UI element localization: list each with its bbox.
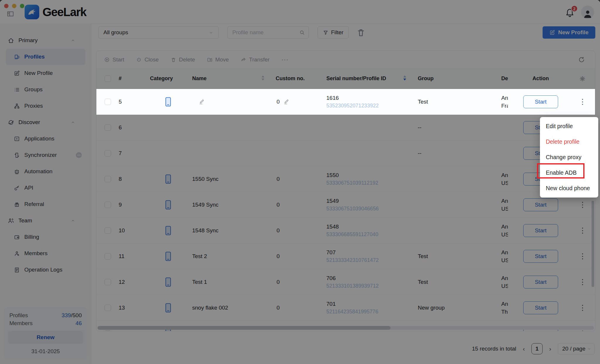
edit-name-icon[interactable] [199, 99, 205, 105]
sidebar-item-proxies[interactable]: Proxies [6, 98, 85, 114]
horizontal-scrollbar-thumb[interactable] [98, 326, 391, 330]
row-more-icon[interactable]: ⋮ [579, 253, 586, 260]
cloud-phone-icon [165, 97, 171, 107]
notifications-bell-icon[interactable]: 2 [565, 8, 575, 18]
profile-search-input[interactable] [232, 29, 299, 36]
current-page[interactable]: 1 [531, 343, 543, 354]
sidebar-section-primary[interactable]: Primary [0, 32, 91, 49]
row-more-icon[interactable]: ⋮ [579, 227, 586, 234]
sidebar-item-operation-logs[interactable]: Operation Logs [6, 262, 85, 278]
close-button[interactable] [4, 4, 8, 8]
bulk-action-transfer[interactable]: Transfer [241, 56, 270, 63]
start-button[interactable]: Start [523, 224, 558, 237]
table-row[interactable]: 9 1549 Sync 0 1549533306751039046656 AnU… [96, 192, 595, 218]
sidebar-item-members[interactable]: Members [6, 245, 85, 262]
start-button[interactable]: Start [523, 276, 558, 289]
sidebar-item-groups[interactable]: Groups [6, 81, 85, 98]
column-number[interactable]: # [117, 75, 148, 82]
table-row[interactable]: 5 0 1616535230952071233922 Test AnFra St… [96, 89, 595, 115]
row-checkbox[interactable] [105, 227, 111, 234]
table-row[interactable]: 12 Test 1 0 706521333101389939712 Test A… [96, 269, 595, 295]
minimize-button[interactable] [12, 4, 16, 8]
sidebar-item-new-profile[interactable]: New Profile [6, 65, 85, 81]
table-settings-gear-icon[interactable] [579, 75, 586, 82]
prev-page-icon[interactable]: ‹ [521, 345, 526, 352]
row-more-icon[interactable]: ⋮ [579, 330, 586, 331]
sidebar-item-applications[interactable]: Applications [6, 131, 85, 147]
bulk-action-delete[interactable]: Delete [171, 56, 195, 63]
row-checkbox[interactable] [105, 305, 111, 311]
menu-item-new-cloud-phone[interactable]: New cloud phone [540, 181, 598, 196]
edit-pencil-icon [283, 99, 289, 105]
bulk-action-label: Transfer [249, 56, 270, 63]
sidebar-item-referral[interactable]: Referral [6, 196, 85, 212]
row-checkbox[interactable] [105, 150, 111, 157]
row-checkbox[interactable] [105, 202, 111, 208]
user-avatar[interactable] [581, 6, 594, 19]
column-serial[interactable]: Serial number/Profile ID [321, 75, 412, 83]
row-checkbox[interactable] [105, 99, 111, 105]
row-checkbox[interactable] [105, 176, 111, 182]
sidebar-section-discover[interactable]: Discover [0, 114, 91, 131]
table-row[interactable]: 6 -- Start ⋮ [96, 115, 595, 140]
device-info-clipped: AnUS [498, 192, 508, 217]
row-checkbox[interactable] [105, 124, 111, 131]
page-size-select[interactable]: 20 / page [558, 343, 595, 354]
row-more-icon[interactable]: ⋮ [579, 278, 586, 286]
start-button[interactable]: Start [523, 95, 558, 108]
vertical-scrollbar-thumb[interactable] [592, 201, 594, 287]
menu-item-enable-adb[interactable]: Enable ADB [540, 165, 598, 181]
sidebar-toggle-icon[interactable] [6, 10, 14, 18]
group-name [412, 166, 498, 192]
renew-button[interactable]: Renew [8, 331, 83, 344]
table-row[interactable]: 11 Test 2 0 707521333342310761472 Test A… [96, 243, 595, 269]
sidebar-item-synchronizer[interactable]: Synchronizer [6, 147, 85, 163]
table-row[interactable]: 13 snoy flake 002 0 70152116423584199577… [96, 295, 595, 321]
row-checkbox[interactable] [105, 330, 111, 332]
sidebar-item-profiles[interactable]: Profiles [6, 49, 85, 65]
bulk-action-move[interactable]: Move [207, 56, 229, 63]
next-page-icon[interactable]: › [548, 345, 553, 352]
column-group[interactable]: Group [412, 75, 498, 82]
edit-custom-no-icon[interactable] [283, 99, 289, 105]
sidebar-item-api[interactable]: API [6, 180, 85, 196]
table-row[interactable]: 7 -- Start ⋮ [96, 140, 595, 166]
row-more-icon[interactable]: ⋮ [579, 201, 586, 208]
sidebar-item-automation[interactable]: Automation [6, 163, 85, 180]
column-category[interactable]: Category [148, 75, 188, 82]
group-filter-select[interactable]: All groups [98, 26, 219, 39]
sidebar-section-label: Team [18, 217, 32, 224]
menu-item-delete-profile[interactable]: Delete profile [540, 134, 598, 150]
column-custom-no[interactable]: Custom no. [271, 75, 321, 82]
column-name[interactable]: Name [188, 75, 271, 83]
clear-filter-icon[interactable] [356, 28, 366, 37]
select-all-checkbox[interactable] [105, 75, 111, 82]
folder-move-icon [207, 57, 213, 63]
bulk-more-icon[interactable]: ··· [281, 56, 289, 63]
row-checkbox[interactable] [105, 279, 111, 285]
sidebar-item-billing[interactable]: Billing [6, 229, 85, 245]
start-button[interactable]: Start [523, 250, 558, 263]
bulk-action-close[interactable]: Close [136, 56, 159, 63]
bulk-action-start[interactable]: Start [104, 56, 124, 63]
menu-item-edit-profile[interactable]: Edit profile [540, 119, 598, 134]
synchronizer-icon [14, 152, 20, 158]
sort-icon[interactable] [261, 75, 265, 83]
table-row[interactable]: 10 1548 Sync 0 1548533306685591127040 An… [96, 218, 595, 243]
new-profile-button[interactable]: New Profile [543, 26, 595, 39]
row-more-icon[interactable]: ⋮ [579, 304, 586, 311]
start-button[interactable]: Start [523, 301, 558, 314]
group-name: -- [412, 140, 498, 166]
row-checkbox[interactable] [105, 253, 111, 260]
sidebar-toggle-icon [6, 10, 14, 18]
sidebar-section-team[interactable]: Team [0, 212, 91, 229]
row-more-icon[interactable]: ⋮ [579, 98, 586, 105]
menu-item-change-proxy[interactable]: Change proxy [540, 150, 598, 165]
sort-icon-active-desc[interactable] [403, 75, 407, 83]
table-row[interactable]: 8 1550 Sync 0 1550533306751039112192 AnU… [96, 166, 595, 192]
horizontal-scrollbar[interactable] [98, 326, 594, 330]
start-button[interactable]: Start [523, 198, 558, 211]
refresh-icon[interactable] [578, 56, 585, 63]
filter-button[interactable]: Filter [318, 26, 349, 39]
zoom-button[interactable] [20, 4, 24, 8]
